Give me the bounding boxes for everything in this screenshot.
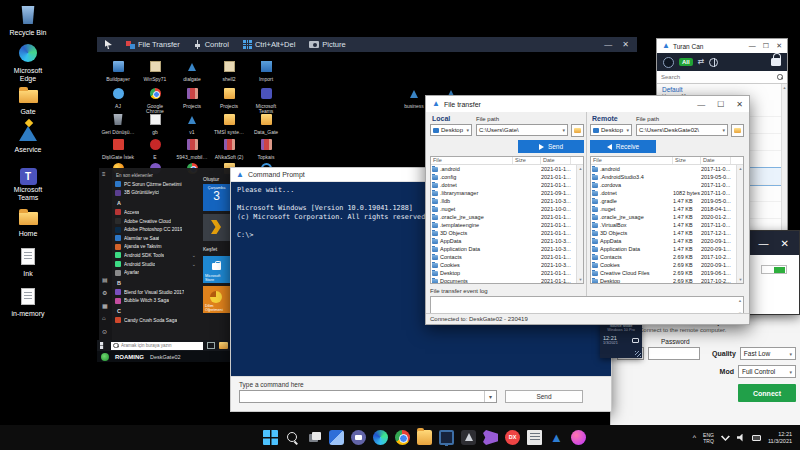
picture-button[interactable]: Picture bbox=[309, 40, 345, 49]
devexpress-icon[interactable]: DX bbox=[505, 430, 520, 445]
microsoft-edge-desktop-icon[interactable]: Microsoft Edge bbox=[6, 44, 50, 83]
start-menu-item[interactable]: Ajanda ve Takvim bbox=[115, 243, 196, 252]
start-menu-item[interactable]: Bubble Witch 3 Saga bbox=[115, 297, 196, 306]
pointer-tool-button[interactable] bbox=[105, 40, 112, 49]
remote-desktop-icon[interactable] bbox=[439, 430, 454, 445]
start-menu-item[interactable]: Android Studio⌄ bbox=[115, 260, 196, 269]
battery-icon[interactable] bbox=[752, 435, 761, 441]
recycle-bin-desktop-icon[interactable]: Recycle Bin bbox=[6, 6, 50, 37]
send-button[interactable]: Send bbox=[518, 140, 584, 153]
remote-file-explorer-icon[interactable] bbox=[219, 342, 228, 349]
file-row[interactable]: Application Data1.47 KB2020-09-1... bbox=[591, 245, 743, 253]
remote-search-box[interactable] bbox=[111, 342, 203, 350]
remote-icon[interactable]: DişliGate İstek bbox=[101, 136, 135, 160]
power-icon[interactable]: ⊙ bbox=[102, 328, 107, 335]
receive-button[interactable]: Receive bbox=[590, 140, 656, 153]
ctrl-alt-del-button[interactable]: Ctrl+Alt+Del bbox=[243, 40, 295, 49]
file-row[interactable]: .android2017-11-0... bbox=[591, 165, 743, 173]
chat-icon[interactable] bbox=[351, 430, 366, 445]
local-file-list[interactable]: File Size Date .android2021-01-1....conf… bbox=[430, 156, 584, 284]
all-filter-badge[interactable]: All bbox=[679, 58, 693, 66]
ft-minimize-button[interactable]: — bbox=[697, 100, 705, 109]
file-row[interactable]: Creative Cloud Files2.69 KB2019-06-1... bbox=[591, 269, 743, 277]
letter-header[interactable]: A bbox=[117, 200, 196, 206]
clock[interactable]: 12:21 11/3/2021 bbox=[768, 431, 792, 445]
start-menu-item[interactable]: Adobe Photoshop CC 2019 bbox=[115, 225, 196, 234]
file-transfer-button[interactable]: File Transfer bbox=[126, 40, 180, 49]
remote-file-list[interactable]: File Size Date .android2017-11-0....Andr… bbox=[590, 156, 744, 284]
viewer-close-button[interactable]: ✕ bbox=[622, 40, 629, 49]
remote-browse-button[interactable] bbox=[731, 124, 744, 137]
start-menu-item[interactable]: Ayarlar bbox=[115, 268, 196, 277]
letter-header[interactable]: C bbox=[117, 308, 196, 314]
remote-icon[interactable]: TMSİ syste… bbox=[212, 111, 246, 135]
task-view-icon[interactable] bbox=[307, 430, 322, 445]
chat-bubble-icon[interactable] bbox=[632, 338, 639, 343]
chrome-icon[interactable] bbox=[395, 430, 410, 445]
orange-game-tile[interactable]: Dilim Öğretmeni bbox=[203, 286, 230, 313]
edge-icon[interactable] bbox=[373, 430, 388, 445]
file-row[interactable]: .VirtualBox1.47 KB2017-11-0... bbox=[591, 221, 743, 229]
file-row[interactable]: .cordova2017-11-0... bbox=[591, 181, 743, 189]
chevron-down-icon[interactable]: ⌄ bbox=[192, 252, 196, 258]
file-row[interactable]: Documents2021-01-1... bbox=[431, 277, 583, 284]
widgets-icon[interactable] bbox=[329, 430, 344, 445]
refresh-icon[interactable]: ⇄ bbox=[698, 58, 705, 66]
user-icon[interactable]: ▤ bbox=[102, 276, 108, 283]
remote-icon[interactable]: Projects bbox=[175, 85, 209, 109]
mod-select[interactable]: Full Control▾ bbox=[738, 365, 796, 378]
turan-close-button[interactable]: ✕ bbox=[776, 42, 782, 50]
remote-list-scrollbar[interactable]: ▲▼ bbox=[736, 165, 743, 283]
document-icon[interactable] bbox=[527, 430, 542, 445]
network-icon[interactable] bbox=[709, 58, 718, 67]
remote-col-date[interactable]: Date bbox=[701, 157, 731, 164]
start-menu-item[interactable]: Blend for Visual Studio 2017 bbox=[115, 288, 196, 297]
send-command-button[interactable]: Send bbox=[505, 390, 583, 403]
lock-icon[interactable] bbox=[771, 58, 781, 66]
paint3d-icon[interactable] bbox=[571, 430, 586, 445]
file-row[interactable]: .nuget2021-10-0... bbox=[431, 205, 583, 213]
file-row[interactable]: AppData1.47 KB2020-09-1... bbox=[591, 237, 743, 245]
file-row[interactable]: .templateengine2021-01-1... bbox=[431, 221, 583, 229]
remote-icon[interactable]: Google Chrome bbox=[138, 85, 172, 114]
remote-task-view-icon[interactable] bbox=[207, 342, 215, 349]
connect-button[interactable]: Connect bbox=[738, 384, 796, 402]
file-row[interactable]: 3D Objects1.47 KB2017-12-1... bbox=[591, 229, 743, 237]
resize-grip[interactable] bbox=[635, 351, 641, 357]
file-row[interactable]: Cookies2021-10-3... bbox=[431, 261, 583, 269]
control-button[interactable]: Control bbox=[194, 40, 229, 49]
turan-maximize-button[interactable]: ☐ bbox=[763, 42, 769, 50]
search-icon[interactable] bbox=[285, 430, 300, 445]
remote-icon[interactable]: 5943_mobil… bbox=[175, 136, 209, 160]
viewer-minimize-button[interactable]: — bbox=[604, 40, 612, 49]
remote-icon[interactable]: Microsoft Teams bbox=[249, 85, 283, 114]
group-name[interactable]: Default bbox=[662, 86, 782, 93]
local-browse-button[interactable] bbox=[571, 124, 584, 137]
remote-icon[interactable]: v1 bbox=[175, 111, 209, 135]
remote-icon[interactable]: gb bbox=[138, 111, 172, 135]
remote-icon[interactable]: Data_Gate bbox=[249, 111, 283, 135]
remote-icon[interactable]: shell2 bbox=[212, 58, 246, 82]
file-row[interactable]: .oracle_jre_usage2021-01-1... bbox=[431, 213, 583, 221]
remote-path-combo[interactable]: C:\Users\DeskGate02\▾ bbox=[636, 124, 728, 136]
turan-search-box[interactable] bbox=[657, 71, 787, 84]
file-row[interactable]: .android2021-01-1... bbox=[431, 165, 583, 173]
remote-icon[interactable]: Geri Dönüşü… bbox=[101, 111, 135, 135]
start-menu-item[interactable]: PC Sorun Çözme Denetimi bbox=[115, 180, 196, 189]
volume-icon[interactable] bbox=[737, 434, 745, 442]
file-row[interactable]: .lldb2021-10-3... bbox=[431, 197, 583, 205]
file-row[interactable]: Desktop2021-01-1... bbox=[431, 269, 583, 277]
lock-close-button[interactable]: ✕ bbox=[781, 238, 789, 249]
local-path-combo[interactable]: C:\Users\Gate\▾ bbox=[476, 124, 568, 136]
remote-icon[interactable]: E bbox=[138, 136, 172, 160]
start-menu-item[interactable]: Alarmlar ve Saat bbox=[115, 234, 196, 243]
file-explorer-icon[interactable] bbox=[417, 430, 432, 445]
ink-file-desktop-icon[interactable]: Ink bbox=[6, 248, 50, 278]
file-row[interactable]: .config2021-01-1... bbox=[431, 173, 583, 181]
home-folder-desktop-icon[interactable]: Home bbox=[6, 208, 50, 238]
lock-minimize-button[interactable]: — bbox=[759, 238, 769, 249]
file-row[interactable]: Application Data2021-10-3... bbox=[431, 245, 583, 253]
calendar-tile[interactable]: Çarşamba 3 bbox=[203, 184, 230, 211]
remote-search-input[interactable] bbox=[121, 343, 201, 348]
turan-search-input[interactable] bbox=[661, 74, 777, 80]
